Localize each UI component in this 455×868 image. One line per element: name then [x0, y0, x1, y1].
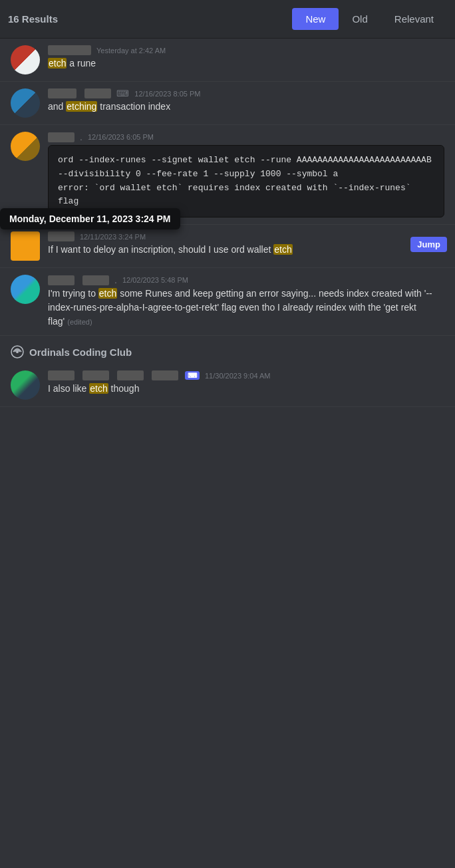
highlight-word: etch [273, 244, 292, 255]
message-text: etch a rune [48, 57, 444, 71]
timestamp: 12/02/2023 5:48 PM [122, 276, 188, 284]
message-list: Yesterday at 2:42 AM etch a rune ⌨ 12/16… [0, 39, 455, 407]
separator: . [80, 132, 82, 142]
message-header: ⌨ 12/16/2023 8:05 PM [48, 88, 444, 98]
message-item: . 12/02/2023 5:48 PM I'm trying to etch … [0, 268, 455, 336]
username [48, 88, 76, 98]
message-header: 12/11/2023 3:24 PM [48, 231, 444, 241]
timestamp: 11/30/2023 9:04 AM [205, 372, 270, 380]
username [48, 132, 75, 142]
message-content: . 12/02/2023 5:48 PM I'm trying to etch … [48, 275, 444, 329]
message-header: . 12/02/2023 5:48 PM [48, 275, 444, 285]
timestamp: 12/16/2023 6:05 PM [88, 133, 154, 141]
message-content: ⌨ 12/16/2023 8:05 PM and etching transac… [48, 88, 444, 114]
username2 [82, 370, 109, 380]
bot-icon: ⌨ [116, 88, 129, 98]
tab-new[interactable]: New [292, 8, 339, 30]
tab-old[interactable]: Old [339, 8, 380, 30]
username [48, 45, 91, 55]
username [48, 275, 75, 285]
message-header: . 12/16/2023 6:05 PM [48, 132, 444, 142]
tooltip: Monday, December 11, 2023 3:24 PM [0, 208, 180, 229]
code-block: ord --index-runes --signet wallet etch -… [48, 145, 444, 217]
avatar [11, 370, 40, 400]
username [48, 231, 75, 241]
username2 [84, 88, 111, 98]
message-item: 12/11/2023 3:24 PM If I want to deloy an… [0, 225, 455, 268]
message-header: ⌨ 11/30/2023 9:04 AM [48, 370, 444, 380]
timestamp: Yesterday at 2:42 AM [96, 47, 166, 55]
avatar [11, 45, 40, 74]
timestamp: 12/11/2023 3:24 PM [80, 233, 146, 241]
message-content: Yesterday at 2:42 AM etch a rune [48, 45, 444, 71]
results-count: 16 Results [8, 13, 58, 25]
highlight-word: etch [89, 383, 108, 394]
tab-relevant[interactable]: Relevant [381, 8, 447, 30]
message-text: I'm trying to etch some Runes and keep g… [48, 287, 444, 329]
message-item: ⌨ 12/16/2023 8:05 PM and etching transac… [0, 82, 455, 125]
username2 [82, 275, 109, 285]
separator: . [114, 275, 117, 285]
message-header: Yesterday at 2:42 AM [48, 45, 444, 55]
server-header: Ordinals Coding Club [0, 336, 455, 364]
avatar [11, 231, 40, 261]
message-content: 12/11/2023 3:24 PM If I want to deloy an… [48, 231, 444, 257]
edited-label: (edited) [67, 318, 92, 326]
timestamp: 12/16/2023 8:05 PM [134, 90, 200, 98]
sort-tabs: New Old Relevant [292, 8, 447, 30]
message-text: If I want to deloy an inscription, shoul… [48, 243, 444, 257]
avatar [11, 88, 40, 118]
avatar [11, 275, 40, 304]
jump-button[interactable]: Jump [410, 237, 447, 252]
avatar [11, 132, 40, 161]
username4 [152, 370, 178, 380]
highlight-word: etching [66, 101, 97, 112]
antenna-icon [11, 345, 24, 359]
message-item: Yesterday at 2:42 AM etch a rune [0, 39, 455, 82]
highlight-word: etch [98, 288, 117, 299]
bot-tag: ⌨ [185, 371, 200, 380]
message-item: . 12/16/2023 6:05 PM ord --index-runes -… [0, 125, 455, 225]
message-text: and etching transaction index [48, 100, 444, 114]
svg-point-1 [16, 351, 19, 353]
top-bar: 16 Results New Old Relevant [0, 0, 455, 39]
message-content: . 12/16/2023 6:05 PM ord --index-runes -… [48, 132, 444, 217]
message-content: ⌨ 11/30/2023 9:04 AM I also like etch th… [48, 370, 444, 396]
username3 [117, 370, 144, 380]
highlight-word: etch [48, 58, 67, 69]
message-text: I also like etch though [48, 382, 444, 396]
message-item: ⌨ 11/30/2023 9:04 AM I also like etch th… [0, 364, 455, 407]
username [48, 370, 75, 380]
server-label: Ordinals Coding Club [29, 347, 132, 358]
